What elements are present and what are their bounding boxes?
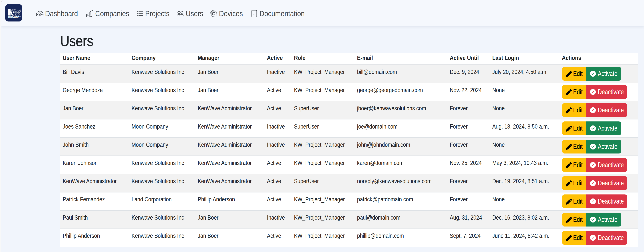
svg-text:R: R (20, 16, 20, 17)
svg-text:KenWave: KenWave (8, 15, 19, 19)
